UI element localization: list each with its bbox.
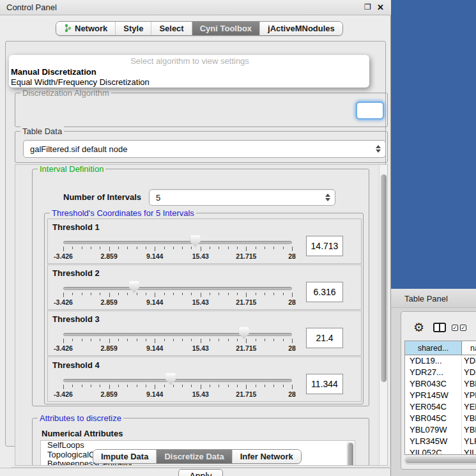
tab-cyni-toolbox[interactable]: Cyni Toolbox <box>192 22 259 35</box>
control-panel-window: Control Panel ❐ ✕ NetworkStyleSelectCyni… <box>0 0 391 476</box>
threshold-label: Threshold 2 <box>52 268 100 278</box>
cell-shared-name: YIL052C <box>405 447 462 455</box>
scale-label: 28 <box>288 344 296 352</box>
threshold-slider-thumb[interactable] <box>190 235 201 247</box>
algorithm-combobox[interactable] <box>356 102 384 119</box>
scale-label: -3.426 <box>54 252 73 260</box>
cell-name: YER0 <box>462 401 476 413</box>
spinner-arrows-icon <box>376 145 381 153</box>
threshold-slider-thumb[interactable] <box>129 281 139 293</box>
cell-shared-name: YER054C <box>405 401 462 413</box>
threshold-slider-track[interactable] <box>63 333 292 336</box>
top-tab-bar: NetworkStyleSelectCyni ToolboxjActiveMNo… <box>56 21 343 36</box>
cell-name: YIL0 <box>462 447 476 455</box>
gear-icon[interactable]: ⚙ <box>413 321 424 334</box>
table-header: shared... na <box>405 341 476 355</box>
apply-button[interactable]: Apply <box>178 469 223 476</box>
cell-name: YBR0 <box>462 413 476 424</box>
node-table: shared... na YDL19...YDL1YDR27...YDR2YBR… <box>404 341 476 455</box>
cell-shared-name: YBR045C <box>405 413 462 424</box>
control-panel-titlebar[interactable]: Control Panel ❐ ✕ <box>0 0 391 15</box>
table-row[interactable]: YER054CYER0 <box>405 401 476 413</box>
scrollbar-thumb[interactable] <box>381 174 387 382</box>
spinner-arrows-icon <box>325 194 330 201</box>
algorithm-option[interactable]: Manual Discretization <box>10 67 369 77</box>
scale-label: 2.859 <box>100 344 117 352</box>
threshold-value-field[interactable]: 6.316 <box>306 282 343 302</box>
divider <box>0 468 391 468</box>
scale-label: 15.43 <box>192 390 209 398</box>
table-horizontal-scrollbar[interactable] <box>404 457 476 464</box>
table-row[interactable]: YIL052CYIL0 <box>405 447 476 455</box>
table-panel-titlebar[interactable]: Table Panel <box>391 289 476 308</box>
desktop-background: GAL80GACGAL11GAL4GCY1HHAP2 <box>391 0 476 289</box>
bottom-tab-infer-network[interactable]: Infer Network <box>232 450 301 463</box>
algorithm-option[interactable]: Equal Width/Frequency Discretization <box>10 77 369 88</box>
algorithm-options: Manual DiscretizationEqual Width/Frequen… <box>10 67 369 88</box>
checkbox-icon[interactable]: ✓ <box>460 325 466 331</box>
threshold-value-field[interactable]: 14.713 <box>306 236 343 256</box>
float-window-icon[interactable]: ❐ <box>362 2 373 13</box>
tab-network[interactable]: Network <box>56 22 115 35</box>
threshold-value-field[interactable]: 11.344 <box>306 374 343 394</box>
cell-name: YPR1 <box>462 390 476 401</box>
scale-label: 15.43 <box>192 298 209 306</box>
tab-select[interactable]: Select <box>151 22 191 35</box>
threshold-value-field[interactable]: 21.4 <box>306 328 343 348</box>
scale-label: 9.144 <box>146 298 163 306</box>
table-row[interactable]: YDL19...YDL1 <box>405 355 476 367</box>
tab-label: Network <box>75 24 107 33</box>
number-of-intervals-value: 5 <box>156 193 160 203</box>
scale-label: 28 <box>288 298 296 306</box>
window-title: Control Panel <box>6 3 57 12</box>
attributes-scrollbar[interactable] <box>346 441 354 466</box>
tab-jactivemnodules[interactable]: jActiveMNodules <box>259 22 342 35</box>
cell-shared-name: YDL19... <box>405 355 462 367</box>
table-row[interactable]: YDR27...YDR2 <box>405 367 476 378</box>
threshold-label: Threshold 4 <box>52 360 100 370</box>
cell-name: YLR3 <box>462 436 476 447</box>
table-row[interactable]: YBL079WYBL0 <box>405 424 476 436</box>
table-row[interactable]: YPR145WYPR1 <box>405 390 476 401</box>
column-header-name[interactable]: na <box>462 341 476 355</box>
scale-label: 15.43 <box>192 344 209 352</box>
cell-shared-name: YDR27... <box>405 367 462 378</box>
scale-label: 2.859 <box>100 252 117 260</box>
threshold-slider-track[interactable] <box>63 241 292 244</box>
scale-label: 9.144 <box>146 252 163 260</box>
table-row[interactable]: YBR043CYBR0 <box>405 378 476 390</box>
threshold-slider-thumb[interactable] <box>165 373 176 385</box>
threshold-slider-track[interactable] <box>63 379 292 382</box>
threshold-label: Threshold 3 <box>52 314 100 324</box>
tab-label: Select <box>159 24 183 33</box>
table-data-select[interactable]: galFiltered.sif default node <box>23 140 386 158</box>
scale-label: -3.426 <box>54 344 73 352</box>
settings-vertical-scrollbar[interactable] <box>379 165 388 466</box>
tab-style[interactable]: Style <box>115 22 151 35</box>
table-row[interactable]: YBR045CYBR0 <box>405 413 476 424</box>
attributes-group-title: Attributes to discretize <box>38 413 123 423</box>
tab-label: Infer Network <box>240 452 293 461</box>
table-row[interactable]: YLR345WYLR3 <box>405 436 476 447</box>
scale-label: 21.715 <box>236 344 256 352</box>
scale-label: 9.144 <box>146 390 163 398</box>
cell-name: YBL0 <box>462 424 476 436</box>
thresholds-group: Threshold's Coordinates for 5 Intervals … <box>44 213 364 404</box>
threshold-slider-thumb[interactable] <box>239 327 249 339</box>
table-data-selected-value: galFiltered.sif default node <box>30 144 127 154</box>
checkbox-icon[interactable]: ✓ <box>452 325 458 331</box>
cell-shared-name: YBR043C <box>405 378 462 390</box>
tab-label: jActiveMNodules <box>268 24 335 33</box>
close-icon[interactable]: ✕ <box>375 2 386 13</box>
column-header-shared[interactable]: shared... <box>405 341 462 355</box>
number-of-intervals-select[interactable]: 5 <box>149 189 335 206</box>
bottom-tab-discretize-data[interactable]: Discretize Data <box>156 450 231 463</box>
bottom-tab-impute-data[interactable]: Impute Data <box>93 450 156 463</box>
columns-icon[interactable] <box>433 323 446 332</box>
table-data-group-title: Table Data <box>20 127 64 136</box>
table-panel-body: ⚙ ✓ ✓ shared... na YDL19...YDL1YDR27...Y… <box>401 311 476 470</box>
threshold-slider-track[interactable] <box>63 287 292 290</box>
discretization-algorithm-group: Discretization Algorithm <box>15 93 388 127</box>
scale-label: 28 <box>288 390 296 398</box>
threshold-panel-2: Threshold 2-3.4262.8599.14415.4321.71528… <box>47 265 362 310</box>
